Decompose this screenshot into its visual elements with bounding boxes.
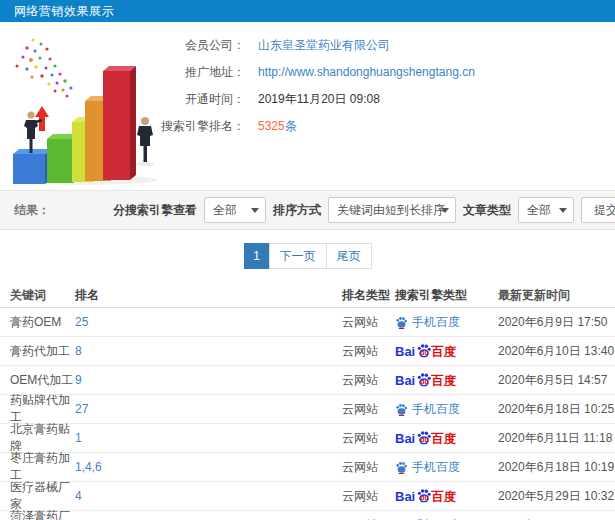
- mobile-baidu-link[interactable]: 手机百度: [395, 517, 460, 520]
- rank-type-cell: 云网站: [342, 459, 395, 476]
- engine-type-cell: Bai du 百度: [395, 488, 498, 504]
- baidu-link[interactable]: Bai du 百度: [395, 343, 456, 359]
- baidu-paw-icon: [395, 403, 408, 416]
- info-row-url: 推广地址：http://www.shandonghuangshengtang.c…: [150, 59, 615, 86]
- up-arrow-icon: [35, 106, 49, 131]
- rank-count-value: 5325: [258, 119, 285, 133]
- rank-type-cell: 云网站: [342, 401, 395, 418]
- rank-link[interactable]: 9: [75, 373, 82, 387]
- header-update-time: 最新更新时间: [498, 287, 615, 304]
- sort-filter-select[interactable]: 关键词由短到长排序: [328, 197, 456, 223]
- baidu-logo-du: du: [420, 349, 429, 356]
- baidu-logo-label: 百度: [431, 374, 456, 388]
- rank-type-cell: 云网站: [342, 314, 395, 331]
- baidu-logo-du: du: [420, 494, 429, 501]
- open-time-value: 2019年11月20日 09:08: [258, 92, 380, 106]
- rank-count-label: 搜索引擎排名：: [150, 113, 245, 140]
- rank-type-cell: 云网站: [342, 372, 395, 389]
- last-page-button[interactable]: 尾页: [326, 243, 372, 269]
- chevron-down-icon: [559, 208, 567, 213]
- baidu-logo-du: du: [420, 436, 429, 443]
- rank-link[interactable]: 25: [75, 315, 88, 329]
- rank-link[interactable]: 1,4,6: [75, 460, 102, 474]
- rank-count-unit: 条: [285, 119, 297, 133]
- baidu-paw-icon: du: [416, 488, 432, 504]
- engine-filter-value: 全部: [213, 203, 237, 217]
- baidu-logo-bai: Bai: [395, 432, 415, 446]
- baidu-link[interactable]: Bai du 百度: [395, 430, 456, 446]
- rank-link[interactable]: 27: [75, 402, 88, 416]
- page: 网络营销效果展示: [0, 0, 615, 520]
- company-label: 会员公司：: [150, 32, 245, 59]
- mobile-baidu-link[interactable]: 手机百度: [395, 314, 460, 331]
- keyword-cell: 膏药代加工: [10, 343, 75, 360]
- page-button-current[interactable]: 1: [244, 243, 270, 269]
- header-engine-type: 搜索引擎类型: [395, 287, 498, 304]
- bar-red: [103, 66, 136, 180]
- chevron-down-icon: [441, 208, 449, 213]
- baidu-paw-icon: du: [416, 372, 432, 388]
- mobile-baidu-label: 手机百度: [412, 459, 460, 476]
- info-row-open-time: 开通时间：2019年11月20日 09:08: [150, 86, 615, 113]
- engine-type-cell: Bai du 百度: [395, 430, 498, 446]
- info-section: 会员公司：山东皇圣堂药业有限公司 推广地址：http://www.shandon…: [0, 22, 615, 190]
- info-row-company: 会员公司：山东皇圣堂药业有限公司: [150, 32, 615, 59]
- baidu-link[interactable]: Bai du 百度: [395, 372, 456, 388]
- table-row: 枣庄膏药加工 1,4,6 云网站 手机百度 2020年6月18日 10:19: [0, 453, 615, 482]
- table-body: 膏药OEM 25 云网站 手机百度 2020年6月9日 17:50 膏药代加工 …: [0, 308, 615, 520]
- update-time-cell: 2020年6月5日 14:57: [498, 372, 615, 389]
- keyword-cell: 菏泽膏药厂家: [10, 508, 75, 520]
- company-link[interactable]: 山东皇圣堂药业有限公司: [258, 38, 390, 52]
- baidu-logo-label: 百度: [431, 490, 456, 504]
- update-time-cell: 2020年5月29日 10:32: [498, 488, 615, 505]
- mobile-baidu-label: 手机百度: [412, 314, 460, 331]
- header-rank-type: 排名类型: [342, 287, 395, 304]
- table-row: 药贴牌代加工 27 云网站 手机百度 2020年6月18日 10:25: [0, 395, 615, 424]
- baidu-logo-label: 百度: [431, 345, 456, 359]
- table-row: 膏药OEM 25 云网站 手机百度 2020年6月9日 17:50: [0, 308, 615, 337]
- table-row: 北京膏药贴牌 1 云网站 Bai du 百度: [0, 424, 615, 453]
- table-row: OEM代加工 9 云网站 Bai du 百度: [0, 366, 615, 395]
- bar-blue: [13, 149, 51, 184]
- results-table: 关键词 排名 排名类型 搜索引擎类型 最新更新时间 膏药OEM 25 云网站 手…: [0, 284, 615, 520]
- update-time-cell: 2020年6月11日 11:40: [498, 517, 615, 520]
- mobile-baidu-link[interactable]: 手机百度: [395, 401, 460, 418]
- keyword-cell: 膏药OEM: [10, 314, 75, 331]
- baidu-paw-icon: [395, 461, 408, 474]
- update-time-cell: 2020年6月18日 10:25: [498, 401, 615, 418]
- chevron-down-icon: [251, 208, 259, 213]
- rank-link[interactable]: 8: [75, 344, 82, 358]
- engine-type-cell: 手机百度: [395, 314, 498, 331]
- rank-link[interactable]: 4: [75, 489, 82, 503]
- baidu-paw-icon: du: [416, 343, 432, 359]
- article-type-select[interactable]: 全部: [518, 197, 574, 223]
- header-keyword: 关键词: [10, 287, 75, 304]
- header-rank: 排名: [75, 287, 342, 304]
- keyword-cell: OEM代加工: [10, 372, 75, 389]
- rank-link[interactable]: 1: [75, 431, 82, 445]
- submit-button[interactable]: 提交: [581, 197, 615, 223]
- engine-filter-label: 分搜索引擎查看: [113, 202, 197, 219]
- baidu-logo-bai: Bai: [395, 374, 415, 388]
- table-header-row: 关键词 排名 排名类型 搜索引擎类型 最新更新时间: [0, 284, 615, 308]
- confetti-dots: [16, 38, 73, 97]
- engine-type-cell: Bai du 百度: [395, 343, 498, 359]
- mobile-baidu-label: 手机百度: [412, 517, 460, 520]
- page-title: 网络营销效果展示: [14, 4, 114, 18]
- promo-url-link[interactable]: http://www.shandonghuangshengtang.cn: [258, 65, 475, 79]
- company-info: 会员公司：山东皇圣堂药业有限公司 推广地址：http://www.shandon…: [150, 32, 615, 140]
- mobile-baidu-link[interactable]: 手机百度: [395, 459, 460, 476]
- baidu-logo-label: 百度: [431, 432, 456, 446]
- update-time-cell: 2020年6月10日 13:40: [498, 343, 615, 360]
- next-page-button[interactable]: 下一页: [269, 243, 327, 269]
- pagination-group: 1 下一页 尾页: [244, 243, 372, 269]
- baidu-link[interactable]: Bai du 百度: [395, 488, 456, 504]
- baidu-logo-bai: Bai: [395, 345, 415, 359]
- table-row: 医疗器械厂家 4 云网站 Bai du 百度: [0, 482, 615, 511]
- page-title-bar: 网络营销效果展示: [0, 0, 615, 22]
- table-row: 膏药代加工 8 云网站 Bai du 百度: [0, 337, 615, 366]
- baidu-logo-du: du: [420, 378, 429, 385]
- engine-filter-select[interactable]: 全部: [204, 197, 266, 223]
- engine-type-cell: 手机百度: [395, 517, 498, 520]
- update-time-cell: 2020年6月18日 10:19: [498, 459, 615, 476]
